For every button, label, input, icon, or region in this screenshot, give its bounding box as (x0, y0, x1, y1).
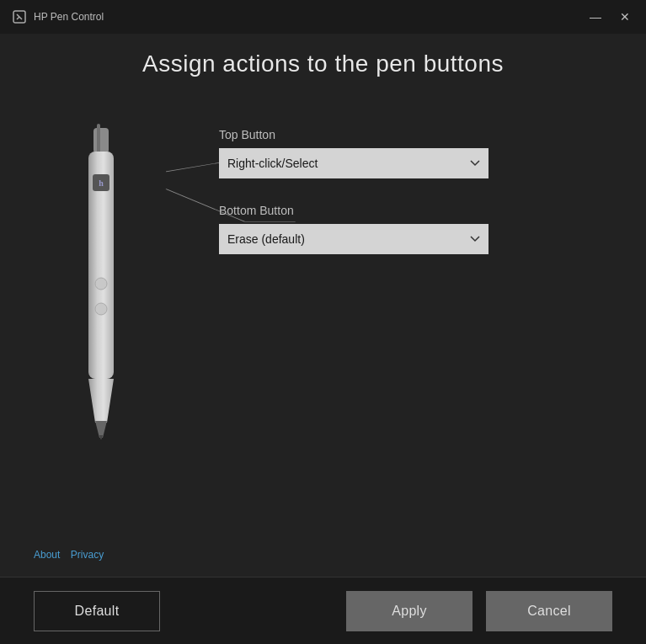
svg-rect-3 (93, 128, 109, 153)
privacy-link[interactable]: Privacy (71, 549, 104, 561)
svg-point-8 (95, 278, 107, 290)
title-bar: HP Pen Control — ✕ (0, 0, 646, 34)
window-controls: — ✕ (585, 9, 634, 24)
top-button-setting: Top Button Right-click/Select Left-click… (219, 128, 612, 178)
svg-text:h: h (99, 178, 104, 188)
app-title: HP Pen Control (34, 11, 104, 23)
title-bar-left: HP Pen Control (12, 9, 104, 24)
svg-point-9 (95, 303, 107, 315)
footer-links: About Privacy (34, 546, 612, 568)
app-icon (12, 9, 27, 24)
close-button[interactable]: ✕ (616, 9, 634, 24)
pen-svg: h (63, 120, 139, 439)
apply-button[interactable]: Apply (346, 591, 472, 631)
main-content: Assign actions to the pen buttons h (0, 34, 646, 577)
svg-marker-10 (88, 379, 114, 423)
settings-panel: Top Button Right-click/Select Left-click… (194, 111, 612, 279)
bottom-button-label: Bottom Button (219, 204, 612, 217)
bottom-button-setting: Bottom Button Erase (default) Right-clic… (219, 204, 612, 254)
top-button-label: Top Button (219, 128, 612, 141)
default-button[interactable]: Default (34, 591, 160, 631)
minimize-button[interactable]: — (585, 9, 606, 24)
bottom-button-select[interactable]: Erase (default) Right-click/Select Left-… (219, 224, 489, 254)
top-button-select[interactable]: Right-click/Select Left-click Middle-cli… (219, 148, 489, 178)
controls-area: h (34, 103, 612, 546)
pen-illustration: h (34, 111, 168, 439)
svg-line-2 (17, 17, 19, 19)
about-link[interactable]: About (34, 549, 60, 561)
cancel-button[interactable]: Cancel (486, 591, 612, 631)
page-title: Assign actions to the pen buttons (34, 51, 612, 77)
bottom-bar: Default Apply Cancel (0, 577, 646, 644)
